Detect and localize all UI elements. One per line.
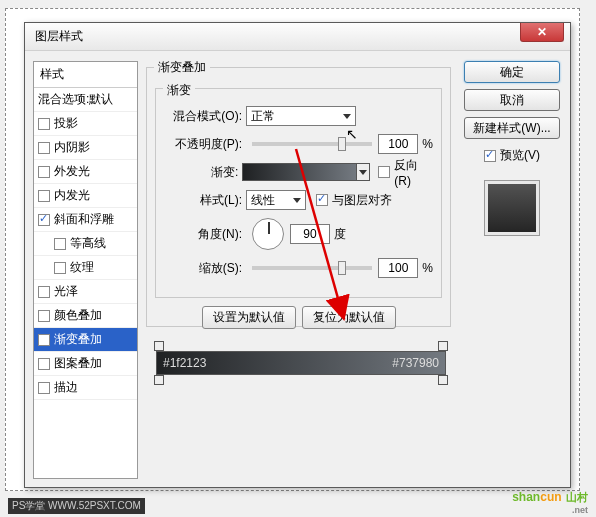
chevron-down-icon (359, 170, 367, 175)
align-checkbox[interactable] (316, 194, 328, 206)
style-checkbox[interactable] (54, 238, 66, 250)
preview-label: 预览(V) (500, 147, 540, 164)
style-item-label: 投影 (54, 115, 78, 132)
dialog-body: 样式 混合选项:默认投影内阴影外发光内发光斜面和浮雕等高线纹理光泽颜色叠加渐变叠… (25, 51, 570, 487)
default-buttons-row: 设置为默认值 复位为默认值 (155, 306, 442, 329)
styles-panel: 样式 混合选项:默认投影内阴影外发光内发光斜面和浮雕等高线纹理光泽颜色叠加渐变叠… (33, 61, 138, 479)
style-item[interactable]: 图案叠加 (34, 352, 137, 376)
scale-label: 缩放(S): (164, 260, 246, 277)
style-item-label: 图案叠加 (54, 355, 102, 372)
style-checkbox[interactable] (38, 382, 50, 394)
style-checkbox[interactable] (38, 286, 50, 298)
preview-checkbox[interactable] (484, 150, 496, 162)
style-item-label: 外发光 (54, 163, 90, 180)
scale-slider[interactable] (252, 266, 372, 270)
preview-thumbnail (484, 180, 540, 236)
ok-button[interactable]: 确定 (464, 61, 560, 83)
style-item[interactable]: 混合选项:默认 (34, 88, 137, 112)
close-button[interactable]: ✕ (520, 23, 564, 42)
gradient-dropdown[interactable] (357, 163, 370, 181)
style-checkbox[interactable] (38, 190, 50, 202)
style-row: 样式(L): 线性 与图层对齐 (164, 189, 433, 211)
style-item-label: 内阴影 (54, 139, 90, 156)
align-label: 与图层对齐 (332, 192, 392, 209)
right-color-label: #737980 (392, 356, 439, 370)
right-panel: 确定 取消 新建样式(W)... 预览(V) (462, 61, 562, 479)
gradient-picker[interactable] (242, 163, 357, 181)
style-item-label: 光泽 (54, 283, 78, 300)
angle-dial[interactable] (252, 218, 284, 250)
style-select[interactable]: 线性 (246, 190, 306, 210)
section-title: 渐变叠加 (154, 59, 210, 76)
style-item[interactable]: 颜色叠加 (34, 304, 137, 328)
gradient-stop[interactable] (438, 375, 448, 385)
style-item[interactable]: 内阴影 (34, 136, 137, 160)
style-checkbox[interactable] (38, 214, 50, 226)
angle-input[interactable] (290, 224, 330, 244)
scale-row: 缩放(S): % (164, 257, 433, 279)
gradient-label: 渐变: (164, 164, 242, 181)
slider-thumb[interactable] (338, 261, 346, 275)
style-item[interactable]: 等高线 (34, 232, 137, 256)
shancun-logo: shancun 山村 .net (512, 487, 588, 515)
scale-input[interactable] (378, 258, 418, 278)
style-item-label: 纹理 (70, 259, 94, 276)
reset-default-button[interactable]: 复位为默认值 (302, 306, 396, 329)
outer-dashed-frame: 图层样式 ✕ 样式 混合选项:默认投影内阴影外发光内发光斜面和浮雕等高线纹理光泽… (5, 8, 580, 491)
style-checkbox[interactable] (38, 166, 50, 178)
style-item-label: 描边 (54, 379, 78, 396)
angle-unit: 度 (334, 226, 346, 243)
angle-label: 角度(N): (164, 226, 246, 243)
style-item[interactable]: 投影 (34, 112, 137, 136)
style-item[interactable]: 渐变叠加 (34, 328, 137, 352)
style-item-label: 颜色叠加 (54, 307, 102, 324)
sub-title: 渐变 (163, 82, 195, 99)
style-checkbox[interactable] (38, 334, 50, 346)
style-value: 线性 (251, 192, 275, 209)
gradient-stop[interactable] (438, 341, 448, 351)
style-item[interactable]: 光泽 (34, 280, 137, 304)
style-item[interactable]: 外发光 (34, 160, 137, 184)
styles-header: 样式 (34, 62, 137, 88)
style-item[interactable]: 纹理 (34, 256, 137, 280)
style-checkbox[interactable] (38, 118, 50, 130)
gradient-stop[interactable] (154, 341, 164, 351)
close-icon: ✕ (537, 25, 547, 39)
style-item-label: 斜面和浮雕 (54, 211, 114, 228)
reverse-checkbox[interactable] (378, 166, 390, 178)
style-item-label: 等高线 (70, 235, 106, 252)
scale-unit: % (422, 261, 433, 275)
gradient-stop[interactable] (154, 375, 164, 385)
style-checkbox[interactable] (38, 358, 50, 370)
footer-badge: PS学堂 WWW.52PSXT.COM (8, 498, 145, 514)
new-style-button[interactable]: 新建样式(W)... (464, 117, 560, 139)
gradient-bar: #1f2123 #737980 (156, 351, 446, 375)
opacity-slider[interactable] (252, 142, 372, 146)
slider-thumb[interactable] (338, 137, 346, 151)
gradient-overlay-group: 渐变 混合模式(O): 正常 不透明度(P): % (146, 67, 451, 327)
set-default-button[interactable]: 设置为默认值 (202, 306, 296, 329)
gradient-bar-annotation: #1f2123 #737980 (156, 351, 446, 375)
cancel-button[interactable]: 取消 (464, 89, 560, 111)
blend-mode-label: 混合模式(O): (164, 108, 246, 125)
style-checkbox[interactable] (54, 262, 66, 274)
blend-mode-select[interactable]: 正常 (246, 106, 356, 126)
gradient-row: 渐变: 反向(R) (164, 161, 433, 183)
blend-mode-value: 正常 (251, 108, 275, 125)
style-label: 样式(L): (164, 192, 246, 209)
center-panel: 渐变叠加 渐变 混合模式(O): 正常 不透明度(P): (146, 61, 454, 479)
style-item[interactable]: 内发光 (34, 184, 137, 208)
opacity-row: 不透明度(P): % (164, 133, 433, 155)
opacity-label: 不透明度(P): (164, 136, 246, 153)
style-item[interactable]: 描边 (34, 376, 137, 400)
opacity-input[interactable] (378, 134, 418, 154)
preview-row: 预览(V) (484, 147, 540, 164)
gradient-inner-group: 混合模式(O): 正常 不透明度(P): % 渐变: (155, 88, 442, 298)
opacity-unit: % (422, 137, 433, 151)
style-checkbox[interactable] (38, 310, 50, 322)
angle-row: 角度(N): 度 (164, 217, 433, 251)
dialog-title: 图层样式 (35, 28, 83, 45)
style-checkbox[interactable] (38, 142, 50, 154)
titlebar: 图层样式 ✕ (25, 23, 570, 51)
style-item[interactable]: 斜面和浮雕 (34, 208, 137, 232)
